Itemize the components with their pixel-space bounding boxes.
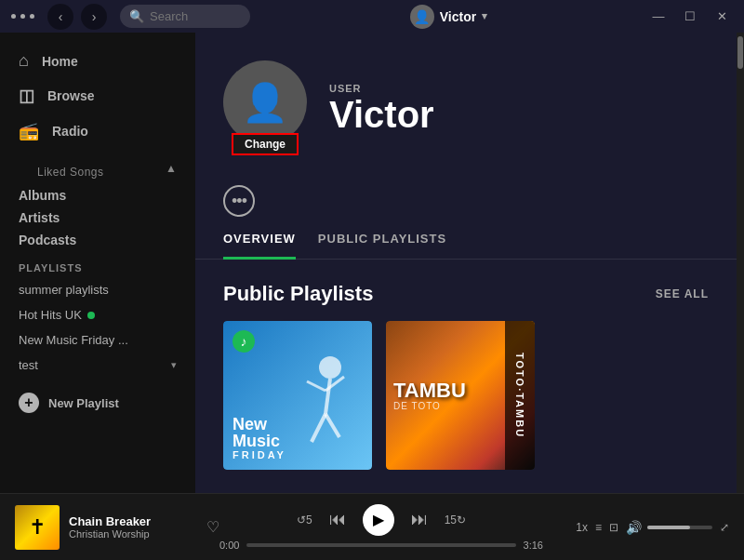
chevron-down-icon-test[interactable]: ▾: [171, 359, 177, 371]
np-center: ↺5 ⏮ ▶ ⏭ 15↻ 0:00 3:16: [219, 504, 543, 551]
playlists-label: PLAYLISTS: [0, 255, 195, 277]
playlist-item-new-music[interactable]: New Music Friday ...: [0, 327, 195, 353]
play-pause-button[interactable]: ▶: [363, 504, 394, 536]
dancer-figure: [274, 349, 367, 470]
tab-overview[interactable]: OVERVIEW: [223, 232, 296, 260]
replay-5-button[interactable]: ↺5: [297, 513, 312, 527]
svg-line-1: [326, 379, 330, 414]
playlist-item-hot-hits[interactable]: Hot Hits UK: [0, 302, 195, 327]
radio-icon: 📻: [19, 121, 39, 141]
nmf-friday-text: FRIDAY: [232, 449, 286, 460]
library-section: Liked Songs ▲: [0, 156, 195, 184]
dot-1: [11, 14, 16, 19]
public-playlists-header: Public Playlists SEE ALL: [195, 282, 737, 306]
speed-button[interactable]: 1x: [576, 521, 588, 534]
volume-bar[interactable]: [647, 526, 712, 529]
playlist-card-nmf[interactable]: ♪: [223, 321, 386, 470]
browse-icon: ◫: [19, 86, 34, 106]
nmf-card-image: ♪: [223, 321, 372, 470]
scrollbar-thumb[interactable]: [737, 36, 743, 69]
window-controls: — ☐ ✕: [647, 6, 733, 28]
np-track-info: ✝ Chain Breaker Christian Worship ♡: [15, 505, 219, 550]
playlist-item-test[interactable]: test ▾: [0, 353, 195, 378]
title-bar-left: ‹ › 🔍: [11, 4, 250, 30]
sidebar-item-browse[interactable]: ◫ Browse: [0, 78, 195, 113]
playlists-section: PLAYLISTS summer playlists Hot Hits UK N…: [0, 251, 195, 381]
user-type-label: USER: [329, 83, 434, 94]
main-scroll: 👤 Change USER Victor ••• OVERVIEW PUBLIC…: [195, 33, 737, 493]
progress-bar[interactable]: [246, 543, 515, 547]
profile-actions: •••: [195, 167, 737, 217]
forward-15-button[interactable]: 15↻: [445, 513, 466, 527]
np-album-art-inner: ✝: [15, 505, 60, 550]
window-dots: [11, 14, 34, 19]
chevron-down-icon[interactable]: ▾: [482, 10, 487, 22]
np-heart-button[interactable]: ♡: [206, 518, 219, 536]
new-playlist-button[interactable]: + New Playlist: [0, 385, 195, 420]
right-scrollbar[interactable]: [737, 33, 744, 493]
volume-icon[interactable]: 🔊: [626, 520, 642, 535]
sidebar-top: ⌂ Home ◫ Browse 📻 Radio: [0, 33, 195, 156]
playlist-item-left: Hot Hits UK: [19, 308, 95, 322]
tambu-card-image: TAMBU DE TOTO TOTO·TAMBU: [386, 321, 535, 470]
nmf-music-text: Music: [232, 433, 286, 449]
playlist-cards: ♪: [195, 321, 737, 470]
sidebar-item-podcasts[interactable]: Podcasts: [0, 229, 195, 251]
dot-3: [30, 14, 34, 19]
tambu-card-art: TAMBU DE TOTO TOTO·TAMBU: [386, 321, 535, 470]
search-input[interactable]: [120, 5, 250, 28]
plus-icon: +: [19, 393, 39, 413]
main-wrapper: 👤 Change USER Victor ••• OVERVIEW PUBLIC…: [195, 33, 744, 493]
np-time-current: 0:00: [219, 540, 239, 551]
spotify-logo-icon: ♪: [232, 330, 255, 353]
volume-bar-fill: [647, 526, 690, 529]
see-all-button[interactable]: SEE ALL: [656, 287, 709, 300]
new-playlist-label: New Playlist: [48, 396, 119, 410]
change-photo-button[interactable]: Change: [232, 133, 299, 155]
home-icon: ⌂: [19, 51, 29, 71]
svg-line-5: [326, 414, 339, 437]
fullscreen-button[interactable]: ⤢: [720, 521, 729, 534]
search-wrap: 🔍: [120, 5, 250, 28]
profile-avatar: 👤 Change: [223, 60, 307, 144]
now-playing-bar: ✝ Chain Breaker Christian Worship ♡ ↺5 ⏮…: [0, 493, 744, 560]
nav-controls: ‹ ›: [47, 4, 107, 30]
np-time-total: 3:16: [524, 540, 543, 551]
sidebar-item-albums[interactable]: Albums: [0, 184, 195, 207]
sidebar-item-radio[interactable]: 📻 Radio: [0, 113, 195, 149]
np-info: Chain Breaker Christian Worship: [69, 514, 197, 540]
more-options-button[interactable]: •••: [223, 185, 255, 217]
tabs-bar: OVERVIEW PUBLIC PLAYLISTS: [195, 217, 737, 260]
sidebar-scroll: Liked Songs ▲ Albums Artists Podcasts PL…: [0, 156, 195, 493]
user-avatar: 👤: [410, 5, 434, 29]
devices-button[interactable]: ⊡: [609, 521, 618, 534]
np-track-title: Chain Breaker: [69, 514, 197, 528]
skip-forward-button[interactable]: ⏭: [411, 510, 428, 529]
collapse-icon[interactable]: ▲: [166, 162, 177, 175]
np-progress: 0:00 3:16: [219, 540, 543, 551]
minimize-button[interactable]: —: [647, 6, 670, 28]
dot-2: [20, 14, 25, 19]
maximize-button[interactable]: ☐: [679, 6, 701, 28]
user-name-label: Victor: [440, 9, 476, 24]
artists-label: Artists: [19, 210, 60, 225]
sidebar-item-home[interactable]: ⌂ Home: [0, 44, 195, 78]
podcasts-label: Podcasts: [19, 233, 76, 247]
nav-forward-button[interactable]: ›: [81, 4, 107, 30]
skip-back-button[interactable]: ⏮: [329, 510, 346, 529]
green-dot-icon: [87, 312, 95, 319]
np-controls: ↺5 ⏮ ▶ ⏭ 15↻: [297, 504, 466, 536]
close-button[interactable]: ✕: [711, 6, 733, 28]
nav-back-button[interactable]: ‹: [47, 4, 73, 30]
playlist-label-new-music: New Music Friday ...: [19, 333, 128, 347]
public-playlists-title: Public Playlists: [223, 282, 373, 306]
tab-public-playlists[interactable]: PUBLIC PLAYLISTS: [318, 232, 446, 260]
np-right-controls: 1x ≡ ⊡ 🔊 ⤢: [543, 520, 729, 535]
queue-button[interactable]: ≡: [595, 521, 602, 534]
nmf-text-block: New Music FRIDAY: [232, 416, 286, 460]
sidebar-home-label: Home: [42, 54, 78, 69]
playlist-item-summer[interactable]: summer playlists: [0, 277, 195, 302]
sidebar-item-artists[interactable]: Artists: [0, 207, 195, 229]
playlist-card-tambu[interactable]: TAMBU DE TOTO TOTO·TAMBU: [386, 321, 549, 470]
sidebar-browse-label: Browse: [47, 88, 95, 103]
